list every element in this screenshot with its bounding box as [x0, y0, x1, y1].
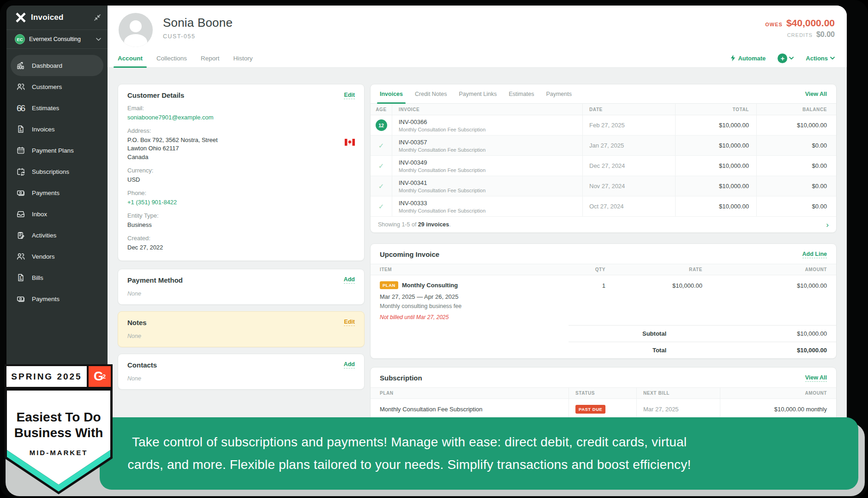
line-item-amount: $10,000.00 [702, 281, 836, 320]
next-page-icon[interactable]: › [826, 221, 829, 229]
inbox-icon [16, 209, 25, 219]
contacts-title: Contacts [127, 361, 157, 369]
sidebar-item-activities[interactable]: Activities [11, 225, 103, 246]
subtotal-label: Subtotal [569, 330, 702, 337]
invoice-row-inv-00333[interactable]: ✓INV-00333Monthly Consultation Fee Subsc… [371, 196, 836, 217]
sidebar-header: Invoiced [6, 6, 108, 30]
not-billed-note: Not billed until Mar 27, 2025 [380, 314, 536, 320]
tab-account[interactable]: Account [118, 49, 143, 67]
main-content: Sonia Boone CUST-055 OWES $40,000.00 CRE… [108, 6, 847, 419]
invoice-row-inv-00357[interactable]: ✓INV-00357Monthly Consultation Fee Subsc… [371, 136, 836, 156]
automate-button[interactable]: Automate [730, 55, 766, 62]
tab-report[interactable]: Report [201, 49, 220, 67]
age-badge: 12 [376, 119, 387, 131]
invoice-row-inv-00366[interactable]: 12INV-00366Monthly Consultation Fee Subs… [371, 115, 836, 136]
contacts-card: Contacts Add None [118, 354, 365, 390]
detail-created: Created:Dec 27, 2022 [118, 229, 364, 252]
sidebar-item-invoices[interactable]: $Invoices [11, 119, 103, 140]
subtotal-value: $10,000.00 [702, 330, 836, 337]
invoices-card-tabs: InvoicesCredit NotesPayment LinksEstimat… [371, 84, 836, 104]
chevron-down-icon [96, 38, 101, 41]
dashboard-icon [16, 61, 25, 71]
tab-history[interactable]: History [233, 49, 253, 67]
line-item-period: Mar 27, 2025 — Apr 26, 2025 [380, 293, 536, 300]
invoice-icon: $ [16, 125, 25, 134]
edit-notes-button[interactable]: Edit [344, 319, 355, 326]
invoices-card-tab-payment-links[interactable]: Payment Links [459, 84, 497, 103]
sidebar-item-payments[interactable]: Payments [11, 182, 103, 203]
app-window: Invoiced EC Evernext Consulting Dashboar… [0, 0, 868, 498]
paid-check-icon: ✓ [378, 142, 384, 150]
balance-summary: OWES $40,000.00 CREDITS $0.00 [765, 13, 835, 39]
view-all-subscriptions-link[interactable]: View All [805, 374, 827, 382]
owes-label: OWES [765, 22, 783, 27]
org-switcher[interactable]: EC Evernext Consulting [6, 30, 108, 49]
subscription-row[interactable]: Monthly Consultation Fee Subscription PA… [371, 399, 836, 419]
add-line-button[interactable]: Add Line [802, 251, 827, 258]
g2-award-title-line1: Easiest To Do [5, 409, 113, 425]
collapse-sidebar-icon[interactable] [94, 14, 101, 21]
invoices-table-body: 12INV-00366Monthly Consultation Fee Subs… [371, 115, 836, 217]
add-contact-button[interactable]: Add [344, 361, 355, 368]
sidebar-item-estimates[interactable]: 66Estimates [11, 97, 103, 119]
add-new-button[interactable]: + [778, 53, 794, 63]
users-icon [16, 82, 25, 92]
line-item-rate: $10,000.00 [605, 281, 702, 320]
sidebar-nav: DashboardCustomers66Estimates$InvoicesPa… [6, 49, 108, 309]
calendar-refresh-icon [16, 167, 25, 177]
invoice-row-inv-00349[interactable]: ✓INV-00349Monthly Consultation Fee Subsc… [371, 156, 836, 176]
sidebar-item-inbox[interactable]: Inbox [11, 203, 103, 225]
edit-customer-button[interactable]: Edit [344, 92, 355, 99]
add-payment-method-button[interactable]: Add [344, 276, 355, 284]
sidebar-item-customers[interactable]: Customers [11, 76, 103, 97]
plan-badge: PLAN [380, 281, 398, 289]
upcoming-totals: Subtotal $10,000.00 Total $10,000.00 [569, 325, 836, 358]
upcoming-table-header: ITEMQTYRATEAMOUNT [371, 264, 836, 275]
invoiced-logo-icon [15, 12, 27, 24]
view-all-invoices-link[interactable]: View All [805, 91, 827, 97]
svg-text:$: $ [19, 127, 21, 130]
chevron-down-icon [789, 57, 794, 60]
sidebar-item-dashboard[interactable]: Dashboard [11, 55, 103, 76]
upcoming-invoice-card: Upcoming Invoice Add Line ITEMQTYRATEAMO… [370, 243, 837, 359]
subscription-column-amount: AMOUNT [720, 388, 836, 398]
app-logo-text: Invoiced [31, 13, 64, 22]
tab-collections[interactable]: Collections [156, 49, 187, 67]
notes-title: Notes [127, 319, 147, 326]
g2-season-label: SPRING 2025 [5, 364, 89, 389]
payment-method-value: None [118, 284, 364, 297]
customer-avatar [119, 13, 153, 47]
sidebar-item-subscriptions[interactable]: Subscriptions [11, 161, 103, 182]
sidebar-item-bills[interactable]: $Bills [11, 267, 103, 288]
sidebar: Invoiced EC Evernext Consulting Dashboar… [6, 6, 108, 419]
sidebar-item-payments[interactable]: Payments [11, 288, 103, 309]
detail-address: Address:P.O. Box 792, 3562 Nostra, Stree… [118, 122, 364, 161]
line-item-description: Monthly consulting business fee [380, 303, 536, 309]
credits-value: $0.00 [816, 30, 835, 39]
subscription-plan: Monthly Consultation Fee Subscription [371, 399, 569, 419]
sidebar-item-payment-plans[interactable]: Payment Plans [11, 140, 103, 161]
sidebar-item-vendors[interactable]: Vendors [11, 246, 103, 267]
owes-value: $40,000.00 [786, 18, 835, 29]
detail-currency: Currency:USD [118, 161, 364, 184]
cash-icon [16, 294, 25, 304]
column-header-total: TOTAL [675, 104, 756, 115]
subscription-card: Subscription View All PLANSTATUSNEXT BIL… [370, 367, 837, 419]
invoices-card-tab-invoices[interactable]: Invoices [380, 84, 403, 103]
plus-icon: + [778, 53, 787, 63]
chevron-down-icon [830, 57, 835, 60]
actions-menu-button[interactable]: Actions [806, 55, 835, 62]
paid-check-icon: ✓ [378, 202, 384, 211]
upcoming-column-item: ITEM [371, 267, 536, 272]
invoices-card-tab-credit-notes[interactable]: Credit Notes [415, 84, 447, 103]
invoices-table-header: AGEINVOICEDATETOTALBALANCE [371, 104, 836, 115]
g2-logo-icon: G2 [89, 364, 113, 389]
cash-icon [16, 188, 25, 198]
invoice-row-inv-00341[interactable]: ✓INV-00341Monthly Consultation Fee Subsc… [371, 176, 836, 196]
invoices-pagination: Showing 1-5 of 29 invoices. › [371, 217, 836, 232]
invoices-card-tab-estimates[interactable]: Estimates [509, 84, 534, 103]
invoices-card-tab-payments[interactable]: Payments [546, 84, 572, 103]
customer-details-title: Customer Details [127, 91, 184, 99]
clipboard-icon [16, 231, 25, 240]
line-item-name: Monthly Consulting [402, 282, 458, 289]
